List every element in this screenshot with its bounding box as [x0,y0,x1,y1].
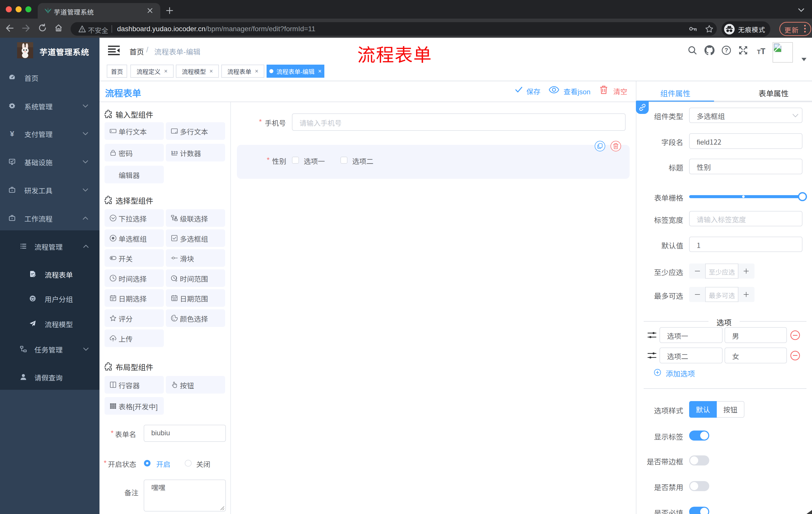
svg-text:T: T [757,49,761,55]
svg-text:¥: ¥ [10,130,14,137]
svg-text:T: T [760,46,765,55]
svg-text:?: ? [725,47,728,54]
